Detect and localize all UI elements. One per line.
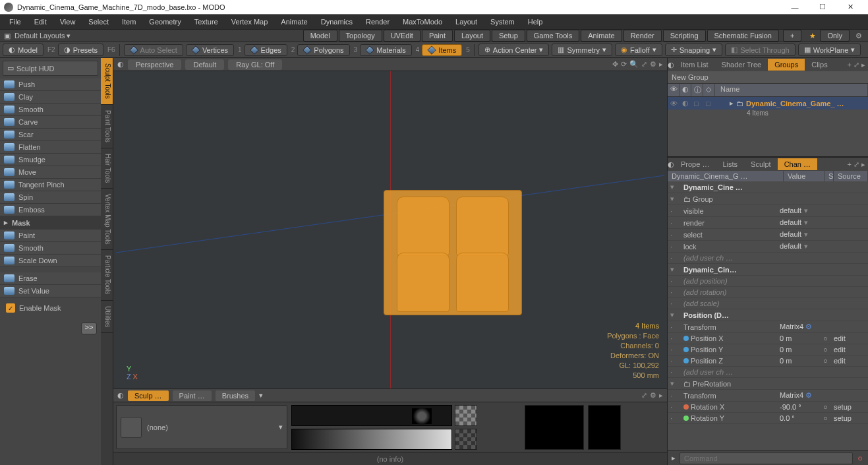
symmetry-button[interactable]: ▥Symmetry▾ xyxy=(552,44,612,56)
channel-row[interactable]: ▾🗀 Group xyxy=(668,193,868,205)
materials-mode-button[interactable]: Materials xyxy=(360,44,412,56)
chevron-down-icon[interactable]: ▾ xyxy=(259,391,263,400)
side-tab-sculpt-tools[interactable]: Sculpt Tools xyxy=(101,58,113,105)
channel-row[interactable]: ·selectdefault▾ xyxy=(668,229,868,241)
tab-channels[interactable]: Chan … xyxy=(778,158,817,170)
channel-row[interactable]: ▾Position (D… xyxy=(668,309,868,321)
more-tools-button[interactable]: >> xyxy=(81,323,97,334)
viewport-shading-dropdown[interactable]: Default xyxy=(185,59,224,70)
tab-clips[interactable]: Clips xyxy=(805,59,834,71)
vertices-mode-button[interactable]: Vertices xyxy=(186,44,234,56)
channel-row[interactable]: ·Position Z0 m○edit xyxy=(668,356,868,367)
tool-paint[interactable]: Paint xyxy=(0,230,101,242)
tab-groups[interactable]: Groups xyxy=(768,59,805,71)
menu-help[interactable]: Help xyxy=(521,15,550,29)
add-layout-button[interactable]: + xyxy=(783,30,801,42)
viewport-camera-dropdown[interactable]: Perspective xyxy=(128,59,181,70)
side-tab-particle-tools[interactable]: Particle Tools xyxy=(101,250,113,300)
pan-icon[interactable]: ✥ xyxy=(612,60,618,69)
channel-row[interactable]: ·visibledefault▾ xyxy=(668,205,868,217)
new-group-button[interactable]: New Group xyxy=(668,71,868,84)
menu-render[interactable]: Render xyxy=(359,15,396,29)
chevron-right-icon[interactable]: ▸ xyxy=(861,160,865,169)
sculpt-hud-button[interactable]: ▭Sculpt HUD xyxy=(3,61,98,76)
tool-erase[interactable]: Erase xyxy=(0,272,101,285)
side-tab-paint-tools[interactable]: Paint Tools xyxy=(101,105,113,148)
tool-tangent-pinch[interactable]: Tangent Pinch xyxy=(0,179,101,191)
menu-item[interactable]: Item xyxy=(115,15,142,29)
layout-tab-game-tools[interactable]: Game Tools xyxy=(527,30,580,42)
channel-row[interactable]: ·Rotation X-90.0 °○setup xyxy=(668,402,868,413)
record-icon[interactable]: ⭘ xyxy=(857,454,864,462)
tool-clay[interactable]: Clay xyxy=(0,91,101,104)
eye-icon[interactable]: 👁 xyxy=(670,100,680,108)
expand-icon[interactable]: ⤢ xyxy=(854,160,859,169)
tool-push[interactable]: Push xyxy=(0,78,101,91)
menu-select[interactable]: Select xyxy=(82,15,115,29)
tab-brushes[interactable]: Brushes xyxy=(216,390,255,401)
layout-tab-render[interactable]: Render xyxy=(623,30,662,42)
tab-sculpt[interactable]: Sculp … xyxy=(128,390,169,401)
model-mode-button[interactable]: ◐Model xyxy=(3,44,43,56)
layout-tab-uvedit[interactable]: UVEdit xyxy=(384,30,420,42)
3d-viewport[interactable]: Y Z X 4 Items Polygons : Face Channels: … xyxy=(113,71,667,388)
layout-tab-setup[interactable]: Setup xyxy=(492,30,525,42)
viewport-raygl-toggle[interactable]: Ray GL: Off xyxy=(228,59,282,70)
side-tab-hair-tools[interactable]: Hair Tools xyxy=(101,148,113,189)
tool-flatten[interactable]: Flatten xyxy=(0,141,101,154)
layout-tab-layout[interactable]: Layout xyxy=(454,30,490,42)
brush-profile-preview[interactable] xyxy=(291,405,452,426)
select-through-toggle[interactable]: ◧Select Through xyxy=(725,44,795,56)
tab-shader-tree[interactable]: Shader Tree xyxy=(715,59,768,71)
menu-view[interactable]: View xyxy=(53,15,82,29)
channel-row[interactable]: ▾Dynamic_Cine … xyxy=(668,181,868,193)
menu-dynamics[interactable]: Dynamics xyxy=(314,15,359,29)
menu-maxtomodo[interactable]: MaxToModo xyxy=(396,15,449,29)
gear-icon[interactable]: ⚙ xyxy=(650,60,656,69)
layout-tab-topology[interactable]: Topology xyxy=(339,30,382,42)
tool-scale-down[interactable]: Scale Down xyxy=(0,255,101,267)
tab-lists[interactable]: Lists xyxy=(716,158,744,170)
tool-spin[interactable]: Spin xyxy=(0,191,101,204)
channel-row[interactable]: ·TransformMatrix4 ⚙ xyxy=(668,390,868,402)
auto-select-toggle[interactable]: Auto Select xyxy=(124,44,183,56)
panel-menu-icon[interactable]: ◐ xyxy=(117,391,124,400)
add-icon[interactable]: + xyxy=(848,61,852,69)
command-input[interactable] xyxy=(680,452,853,464)
tab-sculpt-props[interactable]: Sculpt xyxy=(744,158,778,170)
tool-emboss[interactable]: Emboss xyxy=(0,204,101,216)
brush-gradient-preview[interactable] xyxy=(291,429,452,450)
channel-row[interactable]: ·Position X0 m○edit xyxy=(668,333,868,344)
gear-icon[interactable]: ⚙ xyxy=(650,391,656,400)
enable-mask-toggle[interactable]: ✓ Enable Mask xyxy=(4,301,97,315)
expand-icon[interactable]: ⤢ xyxy=(854,61,859,69)
menu-animate[interactable]: Animate xyxy=(274,15,314,29)
brush-preset-select[interactable]: (none) ▾ xyxy=(116,405,287,449)
channel-row[interactable]: ·(add position) xyxy=(668,276,868,287)
channel-row[interactable]: ▾Dynamic_Cin… xyxy=(668,264,868,276)
panel-menu-icon[interactable]: ◐ xyxy=(668,160,674,169)
gear-icon[interactable]: ⚙ xyxy=(854,32,864,40)
polygons-mode-button[interactable]: Polygons xyxy=(297,44,349,56)
layout-tab-schematic-fusion[interactable]: Schematic Fusion xyxy=(707,30,779,42)
minimize-button[interactable]: — xyxy=(781,0,809,15)
tool-carve[interactable]: Carve xyxy=(0,116,101,129)
add-icon[interactable]: + xyxy=(848,160,852,169)
action-center-button[interactable]: ⊕Action Center▾ xyxy=(478,44,550,56)
menu-system[interactable]: System xyxy=(484,15,521,29)
falloff-button[interactable]: ◉Falloff▾ xyxy=(615,44,662,56)
visibility-column-icon[interactable]: 👁 xyxy=(668,84,680,96)
rotate-icon[interactable]: ⟳ xyxy=(621,60,627,69)
channel-row[interactable]: ·(add user ch … xyxy=(668,253,868,264)
menu-vertex-map[interactable]: Vertex Map xyxy=(225,15,275,29)
layout-dropdown[interactable]: Default Layouts ▾ xyxy=(14,32,71,40)
menu-texture[interactable]: Texture xyxy=(188,15,225,29)
expand-icon[interactable]: ⤢ xyxy=(641,391,647,400)
layout-tab-scripting[interactable]: Scripting xyxy=(663,30,706,42)
chevron-right-icon[interactable]: ▸ xyxy=(659,60,663,69)
menu-geometry[interactable]: Geometry xyxy=(142,15,187,29)
close-button[interactable]: ✕ xyxy=(836,0,864,15)
zoom-icon[interactable]: 🔍 xyxy=(629,60,639,69)
group-row[interactable]: 👁 ◐□□ ▸ 🗀 Dynamic_Cinema_Game_ … xyxy=(668,97,868,109)
channel-row[interactable]: ▾🗀 PreRotation xyxy=(668,378,868,390)
